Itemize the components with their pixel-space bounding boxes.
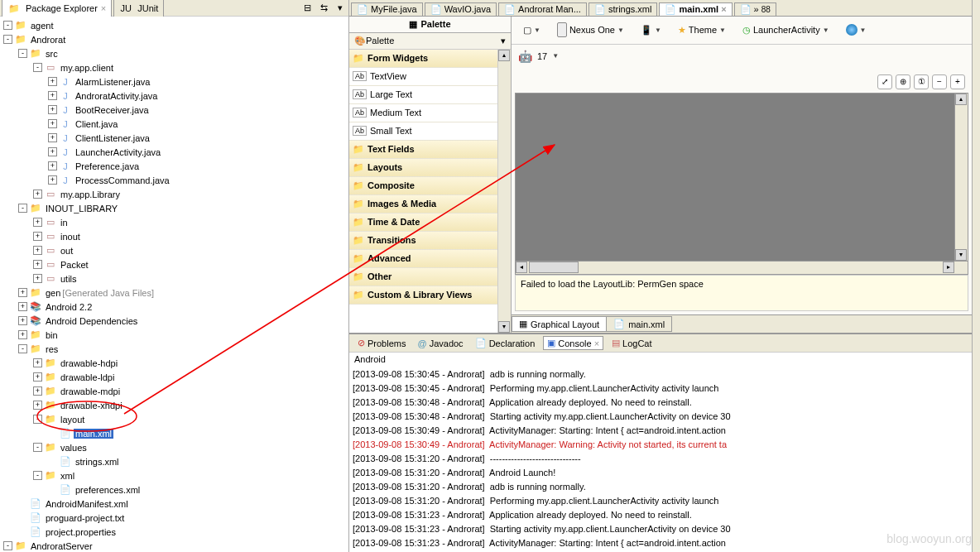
tab-declaration[interactable]: 📄Declaration <box>472 337 539 349</box>
palette-category[interactable]: 📁Transitions <box>349 232 497 250</box>
tree-item[interactable]: +📁gen [Generated Java Files] <box>0 286 348 300</box>
tree-item[interactable]: +📚Android 2.2 <box>0 300 348 314</box>
expand-icon[interactable]: + <box>18 316 27 325</box>
collapse-icon[interactable]: - <box>18 204 27 213</box>
editor-tab[interactable]: 📄strings.xml <box>588 2 658 16</box>
editor-tab[interactable]: 📄main.xml× <box>659 2 732 16</box>
tree-item[interactable]: 📄strings.xml <box>0 454 348 468</box>
collapse-icon[interactable]: - <box>3 35 12 44</box>
close-icon[interactable]: × <box>101 3 106 13</box>
expand-icon[interactable]: + <box>33 358 42 367</box>
expand-icon[interactable]: + <box>48 105 57 114</box>
palette-dropdown[interactable]: 🎨 Palette ▾ <box>349 33 511 50</box>
palette-widget[interactable]: AbLarge Text <box>349 86 497 104</box>
tree-item[interactable]: -📁layout <box>0 412 348 426</box>
palette-category[interactable]: 📁Form Widgets <box>349 50 497 68</box>
tab-package-explorer[interactable]: 📁 Package Explorer × <box>2 0 112 17</box>
design-canvas[interactable]: ▴ ▾ ◂ ▸ <box>515 93 968 275</box>
palette-category[interactable]: 📁Custom & Library Views <box>349 286 497 305</box>
tree-item[interactable]: +JClient.java <box>0 117 348 131</box>
expand-icon[interactable]: + <box>33 232 42 241</box>
zoom-reset-button[interactable]: ⊕ <box>896 74 910 89</box>
expand-icon[interactable]: + <box>48 175 57 185</box>
collapse-icon[interactable]: - <box>33 63 42 72</box>
expand-icon[interactable]: + <box>48 77 57 86</box>
editor-tab[interactable]: 📄MyFile.java <box>351 2 423 16</box>
tree-item[interactable]: 📄project.properties <box>0 525 348 539</box>
tree-item[interactable]: 📄proguard-project.txt <box>0 511 348 525</box>
expand-icon[interactable]: + <box>48 133 57 142</box>
orientation-dropdown[interactable]: 📱▼ <box>636 22 666 38</box>
palette-category[interactable]: 📁Other <box>349 268 497 286</box>
zoom-out-button[interactable]: − <box>932 74 947 89</box>
link-editor-icon[interactable]: ⇆ <box>317 2 330 15</box>
tree-item[interactable]: +📁bin <box>0 328 348 342</box>
editor-tab[interactable]: 📄WavIO.java <box>425 2 497 16</box>
tree-item[interactable]: +JLauncherActivity.java <box>0 145 348 159</box>
palette-widget[interactable]: AbTextView <box>349 68 497 86</box>
expand-icon[interactable]: + <box>48 147 57 156</box>
config-dropdown[interactable]: ▢▼ <box>518 22 545 38</box>
chevron-down-icon[interactable]: ▼ <box>552 52 559 60</box>
collapse-icon[interactable]: - <box>3 21 12 30</box>
palette-category[interactable]: 📁Composite <box>349 177 497 195</box>
tree-item[interactable]: +📁drawable-ldpi <box>0 370 348 384</box>
collapse-all-icon[interactable]: ⊟ <box>300 2 314 15</box>
activity-dropdown[interactable]: ◷LauncherActivity▼ <box>737 22 834 38</box>
canvas-hscroll[interactable]: ◂ ▸ <box>516 261 968 274</box>
device-dropdown[interactable]: Nexus One▼ <box>552 20 629 40</box>
console-output[interactable]: [2013-09-08 15:30:45 - Androrat] adb is … <box>349 366 972 552</box>
canvas-vscroll[interactable]: ▴ ▾ <box>954 94 968 261</box>
scroll-left-icon[interactable]: ◂ <box>516 262 527 273</box>
view-menu-icon[interactable]: ▾ <box>334 2 347 15</box>
tree-item[interactable]: +JBootReceiver.java <box>0 103 348 117</box>
tree-item[interactable]: +JProcessCommand.java <box>0 173 348 187</box>
collapse-icon[interactable]: - <box>18 344 27 353</box>
palette-category[interactable]: 📁Advanced <box>349 250 497 268</box>
zoom-fit-button[interactable]: ⤢ <box>877 74 892 89</box>
scroll-right-icon[interactable]: ▸ <box>943 262 954 273</box>
expand-icon[interactable]: + <box>48 119 57 128</box>
tree-item[interactable]: +📁drawable-mdpi <box>0 384 348 398</box>
tree-item[interactable]: +📁drawable-hdpi <box>0 356 348 370</box>
expand-icon[interactable]: + <box>33 274 42 283</box>
tree-item[interactable]: +▭Packet <box>0 257 348 271</box>
expand-icon[interactable]: + <box>18 330 27 339</box>
zoom-in-button[interactable]: + <box>950 74 965 89</box>
editor-tab[interactable]: 📄»88 <box>734 2 776 16</box>
close-icon[interactable]: × <box>594 338 599 348</box>
collapse-icon[interactable]: - <box>33 415 42 424</box>
tab-main-xml[interactable]: 📄main.xml <box>606 316 672 332</box>
tab-logcat[interactable]: ▤LogCat <box>608 337 655 349</box>
tree-item[interactable]: +▭inout <box>0 229 348 243</box>
scroll-thumb[interactable] <box>529 262 579 273</box>
tree-item[interactable]: -📁values <box>0 440 348 454</box>
expand-icon[interactable]: + <box>33 190 42 199</box>
palette-category[interactable]: 📁Time & Date <box>349 214 497 232</box>
collapse-icon[interactable]: - <box>33 443 42 452</box>
expand-icon[interactable]: + <box>33 372 42 382</box>
tree-item[interactable]: +JAndroratActivity.java <box>0 89 348 103</box>
scroll-up-icon[interactable]: ▴ <box>955 94 967 105</box>
tree-item[interactable]: +📁drawable-xhdpi <box>0 398 348 412</box>
tree-item[interactable]: +📚Android Dependencies <box>0 314 348 328</box>
tree-item[interactable]: +▭out <box>0 243 348 257</box>
tree-item[interactable]: +JPreference.java <box>0 159 348 173</box>
expand-icon[interactable]: + <box>18 288 27 297</box>
tree-item[interactable]: -📁res <box>0 342 348 356</box>
tree-item[interactable]: +▭my.app.Library <box>0 187 348 201</box>
expand-icon[interactable]: + <box>33 246 42 255</box>
zoom-100-button[interactable]: ① <box>914 74 929 89</box>
tree-item[interactable]: +JAlarmListener.java <box>0 74 348 89</box>
tree-item[interactable]: +JClientListener.java <box>0 131 348 145</box>
expand-icon[interactable]: + <box>18 302 27 311</box>
expand-icon[interactable]: + <box>48 91 57 100</box>
tree-item[interactable]: -📁AndroratServer <box>0 539 348 552</box>
palette-widget[interactable]: AbMedium Text <box>349 104 497 122</box>
expand-icon[interactable]: + <box>33 401 42 410</box>
tree-item[interactable]: -📁INOUT_LIBRARY <box>0 201 348 215</box>
scroll-down-icon[interactable]: ▾ <box>955 249 967 261</box>
tab-graphical-layout[interactable]: ▦Graphical Layout <box>512 316 607 332</box>
palette-scrollbar[interactable]: ▴ ▾ <box>497 50 511 333</box>
tree-item[interactable]: -📁xml <box>0 468 348 482</box>
